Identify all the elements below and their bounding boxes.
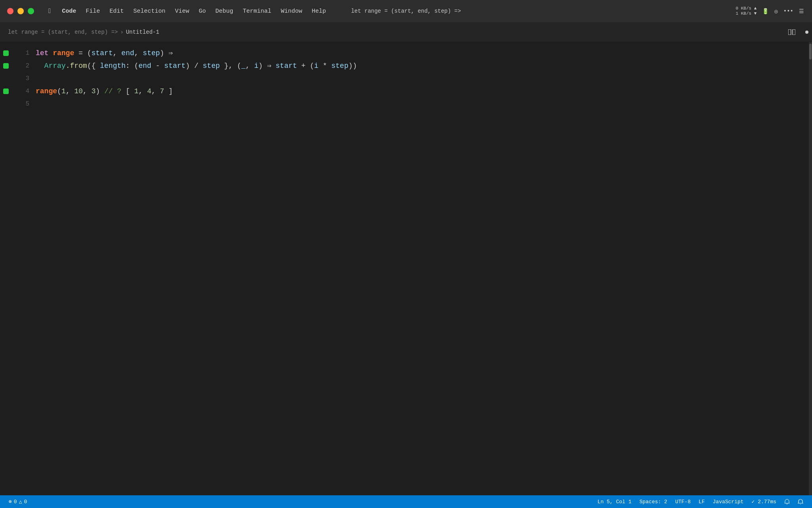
token-3-4: 3 — [91, 85, 96, 98]
token-close1-2: }, ( — [220, 60, 241, 72]
scrollbar-thumb[interactable] — [809, 44, 812, 60]
svg-point-3 — [787, 504, 787, 504]
code-line-5 — [36, 98, 812, 110]
token-mul-2: * — [318, 60, 331, 72]
breakpoint-5[interactable] — [0, 98, 12, 110]
close-button[interactable] — [7, 8, 13, 14]
token-step2-2: step — [331, 60, 348, 72]
token-start2-2: start — [276, 60, 297, 72]
minimize-button[interactable] — [17, 8, 24, 14]
token-start-1: start — [91, 47, 113, 60]
breadcrumb: let range = (start, end, step) => › Unti… — [0, 22, 167, 42]
breakpoint-2[interactable] — [0, 60, 12, 72]
menu-window[interactable]: Window — [276, 0, 307, 22]
status-timing[interactable]: ✓ 2.77ms — [748, 498, 780, 505]
wifi-icon[interactable]: ◎ — [774, 8, 778, 15]
traffic-lights — [0, 8, 34, 14]
svg-rect-0 — [788, 29, 791, 35]
gutter — [0, 42, 12, 495]
status-spaces[interactable]: Spaces: 2 — [636, 499, 671, 505]
token-1-4: 1 — [61, 85, 66, 98]
line-number-3: 3 — [12, 72, 29, 85]
token-comma-2: , — [245, 60, 254, 72]
code-line-3 — [36, 72, 812, 85]
maximize-button[interactable] — [28, 8, 34, 14]
token-close-4: ) — [96, 85, 104, 98]
status-encoding[interactable]: UTF-8 — [671, 499, 695, 505]
token-10-4: 10 — [74, 85, 83, 98]
breadcrumb-arrow: › — [120, 29, 123, 35]
line-number-1: 1 — [12, 47, 29, 60]
status-line-ending[interactable]: LF — [695, 499, 709, 505]
token-end-1: end — [121, 47, 134, 60]
status-position[interactable]: Ln 5, Col 1 — [594, 499, 636, 505]
token-array-2: Array — [44, 60, 66, 72]
menu-debug[interactable]: Debug — [211, 0, 238, 22]
breakpoint-dot-1 — [3, 50, 9, 56]
breakpoint-3[interactable] — [0, 72, 12, 85]
status-bell[interactable] — [794, 499, 807, 504]
line-number-2: 2 — [12, 60, 29, 72]
list-icon[interactable]: ☰ — [799, 8, 804, 15]
status-language[interactable]: JavaScript — [709, 499, 748, 505]
breakpoint-1[interactable] — [0, 47, 12, 60]
menu-terminal[interactable]: Terminal — [238, 0, 276, 22]
error-count: 0 — [14, 499, 17, 505]
token-range-1: range — [53, 47, 74, 60]
title-bar:  Code File Edit Selection View Go Debug… — [0, 0, 812, 22]
menu-view[interactable]: View — [170, 0, 194, 22]
token-paren-2: ({ — [87, 60, 100, 72]
code-area[interactable]: let range = (start, end, step) ⇒ Array.f… — [36, 42, 812, 495]
token-paren-4: ( — [57, 85, 61, 98]
token-i2-2: i — [314, 60, 318, 72]
title-right-controls: 0 KB/s ▲1 KB/s ▼ 🔋 ◎ ••• ☰ — [736, 6, 812, 16]
editor: 1 2 3 4 5 let range = (start, end, step)… — [0, 42, 812, 495]
token-comma1-1: , — [113, 47, 121, 60]
token-eq-1: = ( — [74, 47, 91, 60]
menu-selection[interactable]: Selection — [128, 0, 170, 22]
token-close2-2: )) — [349, 60, 357, 72]
status-bar: ⊗ 0 △ 0 Ln 5, Col 1 Spaces: 2 UTF-8 LF J… — [0, 495, 812, 508]
token-underscore-2: _ — [241, 60, 246, 72]
token-plus-2: + ( — [297, 60, 314, 72]
menu-help[interactable]: Help — [307, 0, 331, 22]
token-colon-2: : ( — [126, 60, 138, 72]
menu-bar:  Code File Edit Selection View Go Debug… — [34, 0, 331, 22]
token-rcomma2-4: , — [151, 85, 160, 98]
apple-menu[interactable]:  — [44, 0, 57, 22]
breakpoint-4[interactable] — [0, 85, 12, 98]
code-line-4: range(1, 10, 3) // ? [ 1, 4, 7 ] — [36, 85, 812, 98]
token-r4-4: 4 — [147, 85, 151, 98]
breadcrumb-filename: Untitled-1 — [126, 29, 159, 35]
svg-point-2 — [805, 31, 808, 34]
token-rcomma1-4: , — [138, 85, 147, 98]
code-line-2: Array.from({ length: (end - start) / ste… — [36, 60, 812, 72]
warning-icon: △ — [19, 498, 22, 505]
token-r7-4: 7 — [160, 85, 164, 98]
token-arrow-1: ) ⇒ — [160, 47, 172, 60]
token-arrow2-2: ) ⇒ — [259, 60, 276, 72]
editor-dot-button[interactable] — [802, 22, 812, 42]
token-minus-2: - — [151, 60, 164, 72]
split-editor-button[interactable] — [782, 22, 802, 42]
status-errors[interactable]: ⊗ 0 △ 0 — [5, 495, 31, 508]
token-r1-4: 1 — [134, 85, 139, 98]
breakpoint-dot-2 — [3, 63, 9, 69]
menu-go[interactable]: Go — [194, 0, 211, 22]
menu-file[interactable]: File — [81, 0, 105, 22]
breakpoint-dot-4 — [3, 89, 9, 94]
more-icon[interactable]: ••• — [783, 8, 793, 14]
network-stats: 0 KB/s ▲1 KB/s ▼ — [736, 6, 757, 16]
menu-edit[interactable]: Edit — [105, 0, 128, 22]
menu-code[interactable]: Code — [57, 0, 81, 22]
token-comma2-1: , — [134, 47, 143, 60]
token-div-2: ) / — [186, 60, 203, 72]
token-step-2: step — [203, 60, 220, 72]
battery-icon[interactable]: 🔋 — [762, 8, 769, 15]
token-range-4: range — [36, 85, 57, 98]
line-numbers: 1 2 3 4 5 — [12, 42, 36, 495]
scrollbar[interactable] — [809, 42, 812, 495]
code-line-1: let range = (start, end, step) ⇒ — [36, 47, 812, 60]
window-title: let range = (start, end, step) => — [351, 8, 461, 14]
status-notifications[interactable] — [780, 499, 794, 504]
